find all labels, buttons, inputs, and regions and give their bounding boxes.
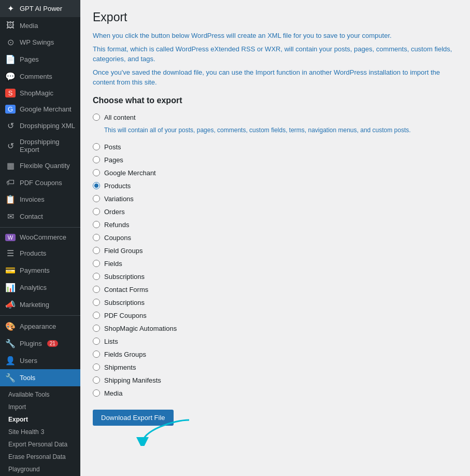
sidebar-item-marketing[interactable]: 📣 Marketing <box>0 296 80 313</box>
radio-input-pdf-coupons[interactable] <box>93 312 100 319</box>
radio-input-subscriptions2[interactable] <box>93 299 100 306</box>
radio-pages[interactable]: Pages <box>93 154 458 166</box>
sidebar-item-analytics[interactable]: 📊 Analytics <box>0 279 80 296</box>
radio-subscriptions2[interactable]: Subscriptions <box>93 297 458 309</box>
sidebar-item-appearance[interactable]: 🎨 Appearance <box>0 318 80 335</box>
radio-media[interactable]: Media <box>93 387 458 399</box>
radio-input-media[interactable] <box>93 389 100 397</box>
contact-icon: ✉ <box>5 212 16 221</box>
sidebar-item-shopmagic[interactable]: S ShopMagic <box>0 85 80 101</box>
sidebar-item-pdf-coupons[interactable]: 🏷 PDF Coupons <box>0 174 80 191</box>
submenu-import[interactable]: Import <box>0 401 80 413</box>
radio-orders[interactable]: Orders <box>93 206 458 218</box>
wp-swings-icon: ⊙ <box>5 37 16 47</box>
radio-products[interactable]: Products <box>93 180 458 192</box>
radio-shipments[interactable]: Shipments <box>93 361 458 373</box>
sidebar-item-comments[interactable]: 💬 Comments <box>0 68 80 85</box>
submenu-export[interactable]: Export <box>0 413 80 426</box>
shopmagic-icon: S <box>5 89 16 97</box>
appearance-icon: 🎨 <box>5 321 16 331</box>
radio-shopmagic[interactable]: ShopMagic Automations <box>93 323 458 334</box>
radio-input-lists[interactable] <box>93 338 100 345</box>
flexible-quantity-icon: ▦ <box>5 161 16 171</box>
radio-input-refunds[interactable] <box>93 221 100 228</box>
radio-input-fields-groups[interactable] <box>93 351 100 358</box>
radio-label-refunds: Refunds <box>104 221 129 229</box>
sidebar-item-woocommerce[interactable]: W WooCommerce <box>0 230 80 245</box>
radio-refunds[interactable]: Refunds <box>93 219 458 231</box>
tools-icon: 🔧 <box>5 373 16 383</box>
sidebar-item-dropshipping-export[interactable]: ↺ Dropshipping Export <box>0 134 80 157</box>
radio-fields[interactable]: Fields <box>93 258 458 270</box>
submenu-available-tools[interactable]: Available Tools <box>0 388 80 401</box>
comments-icon: 💬 <box>5 72 16 81</box>
radio-input-subscriptions1[interactable] <box>93 273 100 280</box>
sidebar-item-gpt-ai-power[interactable]: ✦ GPT AI Power <box>0 0 80 17</box>
radio-input-fields[interactable] <box>93 260 100 267</box>
radio-input-coupons[interactable] <box>93 234 100 241</box>
radio-lists[interactable]: Lists <box>93 335 458 347</box>
radio-label-shipping-manifests: Shipping Manifests <box>104 376 161 384</box>
radio-input-shipping-manifests[interactable] <box>93 376 100 384</box>
radio-label-subscriptions1: Subscriptions <box>104 273 145 281</box>
sidebar-item-payments[interactable]: 💳 Payments <box>0 262 80 279</box>
radio-field-groups[interactable]: Field Groups <box>93 245 458 257</box>
radio-label-pages: Pages <box>104 156 123 164</box>
radio-input-shipments[interactable] <box>93 363 100 371</box>
sidebar-item-invoices[interactable]: 📋 Invoices <box>0 191 80 208</box>
radio-input-orders[interactable] <box>93 208 100 215</box>
woocommerce-icon: W <box>5 234 16 241</box>
radio-input-contact-forms[interactable] <box>93 286 100 293</box>
site-health-badge: 3 <box>41 428 45 436</box>
radio-fields-groups[interactable]: Fields Groups <box>93 348 458 360</box>
radio-label-google-merchant: Google Merchant <box>104 169 156 177</box>
sidebar-item-dropshipping-xml[interactable]: ↺ Dropshipping XML <box>0 117 80 134</box>
radio-contact-forms[interactable]: Contact Forms <box>93 284 458 296</box>
radio-variations[interactable]: Variations <box>93 193 458 205</box>
main-wrapper: Export When you click the button below W… <box>80 0 470 476</box>
info-text-1: When you click the button below WordPres… <box>93 31 458 41</box>
radio-input-variations[interactable] <box>93 195 100 202</box>
all-content-label: All content <box>104 114 136 121</box>
submenu-export-personal-data[interactable]: Export Personal Data <box>0 438 80 451</box>
radio-input-field-groups[interactable] <box>93 247 100 254</box>
submenu-site-health[interactable]: Site Health 3 <box>0 426 80 438</box>
page-title: Export <box>93 10 458 24</box>
sidebar-item-pages[interactable]: 📄 Pages <box>0 51 80 68</box>
radio-input-all-content[interactable] <box>93 114 100 121</box>
sidebar-item-users[interactable]: 👤 Users <box>0 352 80 369</box>
radio-posts[interactable]: Posts <box>93 141 458 153</box>
radio-all-content[interactable]: All content <box>93 111 458 123</box>
dropshipping-export-icon: ↺ <box>5 141 16 151</box>
tools-submenu: Available Tools Import Export Site Healt… <box>0 386 80 476</box>
radio-label-pdf-coupons: PDF Coupons <box>104 312 147 319</box>
submenu-playground[interactable]: Playground <box>0 463 80 475</box>
radio-label-shipments: Shipments <box>104 363 136 371</box>
radio-label-fields: Fields <box>104 260 122 268</box>
sidebar-item-plugins[interactable]: 🔧 Plugins 21 <box>0 335 80 352</box>
radio-pdf-coupons[interactable]: PDF Coupons <box>93 310 458 321</box>
sidebar-item-products[interactable]: ☰ Products <box>0 245 80 262</box>
download-export-button[interactable]: Download Export File <box>93 410 174 426</box>
analytics-icon: 📊 <box>5 283 16 292</box>
radio-coupons[interactable]: Coupons <box>93 232 458 244</box>
radio-input-posts[interactable] <box>93 143 100 150</box>
sidebar-item-flexible-quantity[interactable]: ▦ Flexible Quantity <box>0 157 80 174</box>
radio-input-shopmagic[interactable] <box>93 325 100 332</box>
radio-input-pages[interactable] <box>93 156 100 163</box>
radio-label-subscriptions2: Subscriptions <box>104 299 145 306</box>
radio-shipping-manifests[interactable]: Shipping Manifests <box>93 374 458 386</box>
radio-subscriptions1[interactable]: Subscriptions <box>93 271 458 283</box>
radio-input-google-merchant[interactable] <box>93 169 100 176</box>
submenu-erase-personal-data[interactable]: Erase Personal Data <box>0 451 80 463</box>
sidebar-item-contact[interactable]: ✉ Contact <box>0 208 80 225</box>
sidebar-item-tools[interactable]: 🔧 Tools <box>0 369 80 386</box>
sidebar-item-wp-swings[interactable]: ⊙ WP Swings <box>0 34 80 51</box>
radio-input-products[interactable] <box>93 182 100 189</box>
radio-label-posts: Posts <box>104 143 121 151</box>
radio-google-merchant[interactable]: Google Merchant <box>93 167 458 179</box>
media-icon: 🖼 <box>5 21 16 30</box>
sidebar-item-google-merchant[interactable]: G Google Merchant <box>0 101 80 117</box>
sidebar: ✦ GPT AI Power 🖼 Media ⊙ WP Swings 📄 Pag… <box>0 0 80 476</box>
sidebar-item-media[interactable]: 🖼 Media <box>0 17 80 34</box>
